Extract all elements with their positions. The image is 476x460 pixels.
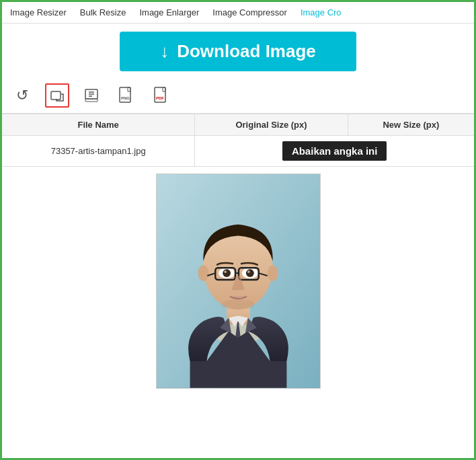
nav-image-resizer[interactable]: Image Resizer <box>10 7 67 17</box>
undo-icon[interactable]: ↺ <box>10 83 34 108</box>
download-area: ↓ Download Image <box>2 24 474 78</box>
col-new-size: New Size (px) <box>348 114 474 136</box>
file-table: File Name Original Size (px) New Size (p… <box>2 114 474 167</box>
cell-size-tooltip: Abaikan angka ini <box>195 136 474 167</box>
svg-rect-0 <box>51 91 61 100</box>
svg-point-15 <box>198 265 208 281</box>
resize-icon[interactable] <box>45 83 69 108</box>
top-nav: Image Resizer Bulk Resize Image Enlarger… <box>2 2 474 24</box>
toolbar: ↺ PNG PDF <box>2 78 474 114</box>
tooltip-text: Abaikan angka ini <box>282 141 387 161</box>
col-filename: File Name <box>2 114 195 136</box>
svg-text:PDF: PDF <box>156 96 164 100</box>
svg-point-21 <box>224 270 227 273</box>
download-button[interactable]: ↓ Download Image <box>120 32 356 71</box>
nav-image-enlarger[interactable]: Image Enlarger <box>139 7 199 17</box>
cell-filename: 73357-artis-tampan1.jpg <box>2 136 195 167</box>
portrait-photo <box>156 174 321 389</box>
nav-bulk-resize[interactable]: Bulk Resize <box>80 7 126 17</box>
svg-point-16 <box>267 265 278 281</box>
col-original-size: Original Size (px) <box>195 114 348 136</box>
svg-point-22 <box>247 270 249 273</box>
svg-text:PNG: PNG <box>121 96 130 100</box>
pdf-icon[interactable]: PDF <box>150 83 174 108</box>
portrait-svg <box>157 174 320 388</box>
image-area <box>2 167 474 389</box>
svg-point-19 <box>223 269 231 277</box>
nav-image-crop[interactable]: Image Cro <box>301 7 342 17</box>
png-icon[interactable]: PNG <box>115 83 139 108</box>
svg-point-28 <box>221 299 255 310</box>
svg-point-20 <box>245 269 253 277</box>
nav-image-compressor[interactable]: Image Compressor <box>212 7 287 17</box>
download-arrow-icon: ↓ <box>160 41 169 62</box>
table-row: 73357-artis-tampan1.jpg Abaikan angka in… <box>2 136 474 167</box>
download-button-label: Download Image <box>177 41 316 62</box>
compress-icon[interactable] <box>80 83 104 108</box>
